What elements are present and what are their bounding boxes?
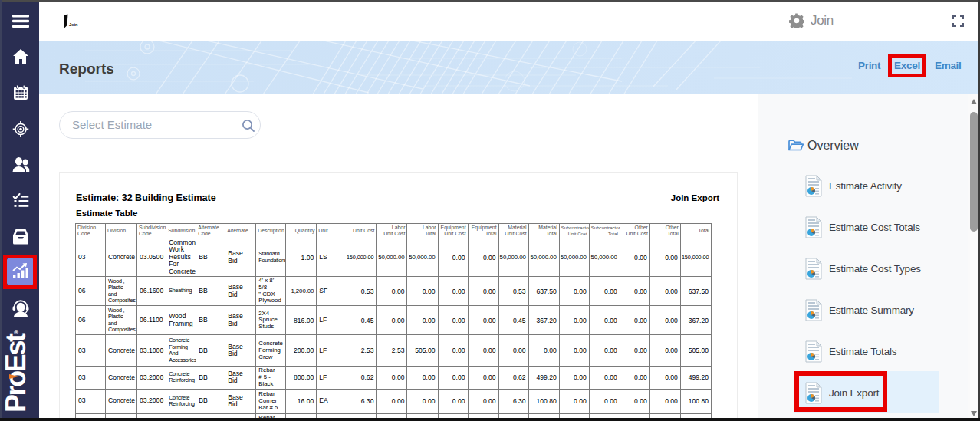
svg-text:Join: Join — [69, 22, 78, 27]
